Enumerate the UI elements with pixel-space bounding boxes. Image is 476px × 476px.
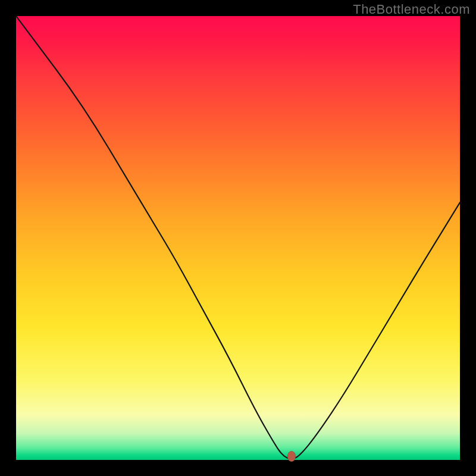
heat-gradient [16, 16, 460, 460]
watermark-text: TheBottleneck.com [353, 2, 470, 17]
chart-container: TheBottleneck.com [0, 0, 476, 476]
optimal-point-marker [287, 451, 296, 462]
plot-area [16, 16, 460, 460]
